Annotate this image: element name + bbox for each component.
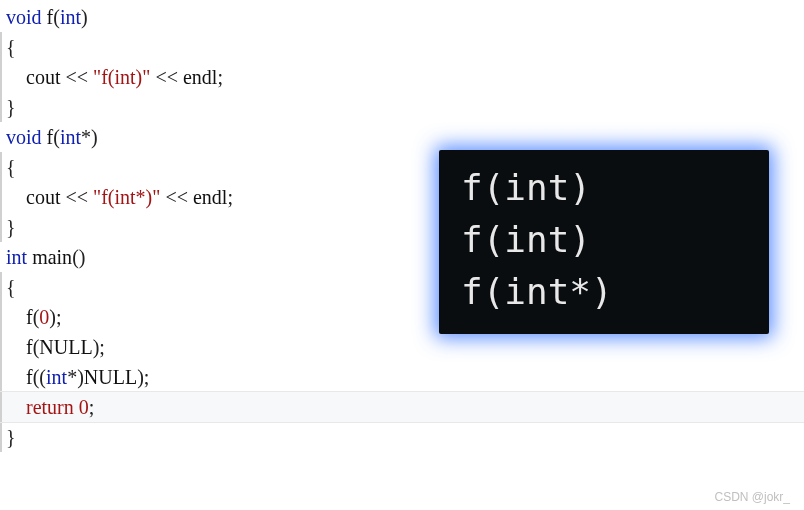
code-line[interactable]: return 0; — [0, 392, 804, 422]
code-token: int — [60, 126, 81, 148]
code-token: { — [6, 36, 16, 58]
code-token: { — [6, 276, 16, 298]
code-token: ) — [81, 6, 88, 28]
code-token: main — [32, 246, 72, 268]
console-output: f(int) f(int) f(int*) — [439, 150, 769, 334]
code-token: ( — [53, 126, 60, 148]
code-token: << — [160, 186, 193, 208]
code-token: endl — [183, 66, 217, 88]
code-line[interactable]: cout << "f(int)" << endl; — [0, 62, 804, 92]
code-token: << — [150, 66, 183, 88]
code-token: ( — [53, 6, 60, 28]
code-token: void — [6, 6, 42, 28]
code-token: cout — [26, 66, 60, 88]
code-line[interactable]: } — [0, 422, 804, 452]
code-token: } — [6, 426, 16, 448]
code-token: f — [26, 336, 33, 358]
code-token: ); — [93, 336, 105, 358]
code-token: "f(int*)" — [93, 186, 160, 208]
code-token: ; — [217, 66, 223, 88]
code-token — [6, 396, 26, 418]
code-token: << — [60, 186, 93, 208]
code-token: () — [72, 246, 85, 268]
code-token: } — [6, 96, 16, 118]
code-token: { — [6, 156, 16, 178]
code-token: ; — [227, 186, 233, 208]
code-token: endl — [193, 186, 227, 208]
code-line[interactable]: void f(int*) — [0, 122, 804, 152]
watermark: CSDN @jokr_ — [714, 490, 790, 504]
code-token: int — [60, 6, 81, 28]
output-line: f(int*) — [461, 266, 747, 318]
code-token: (( — [33, 366, 46, 388]
code-token: f — [26, 366, 33, 388]
code-line[interactable]: f(NULL); — [0, 332, 804, 362]
code-token: NULL — [39, 336, 92, 358]
code-token: * — [81, 126, 91, 148]
code-token: int — [46, 366, 67, 388]
code-token: ); — [137, 366, 149, 388]
code-token: *) — [67, 366, 84, 388]
code-token: "f(int)" — [93, 66, 150, 88]
code-line[interactable]: { — [0, 32, 804, 62]
code-token: int — [6, 246, 27, 268]
code-line[interactable]: f((int*)NULL); — [0, 362, 804, 392]
code-token: cout — [26, 186, 60, 208]
code-token: void — [6, 126, 42, 148]
code-token — [6, 186, 26, 208]
code-token: } — [6, 216, 16, 238]
code-token: NULL — [84, 366, 137, 388]
code-token: return — [26, 396, 74, 418]
code-token: ; — [89, 396, 95, 418]
code-token: ) — [91, 126, 98, 148]
code-line[interactable]: void f(int) — [0, 2, 804, 32]
code-token: << — [60, 66, 93, 88]
code-token: 0 — [79, 396, 89, 418]
code-token — [6, 336, 26, 358]
code-token: ); — [49, 306, 61, 328]
output-line: f(int) — [461, 214, 747, 266]
code-line[interactable]: } — [0, 92, 804, 122]
code-token — [6, 306, 26, 328]
code-token — [6, 366, 26, 388]
code-token: 0 — [39, 306, 49, 328]
code-token — [6, 66, 26, 88]
code-token: f — [26, 306, 33, 328]
output-line: f(int) — [461, 162, 747, 214]
